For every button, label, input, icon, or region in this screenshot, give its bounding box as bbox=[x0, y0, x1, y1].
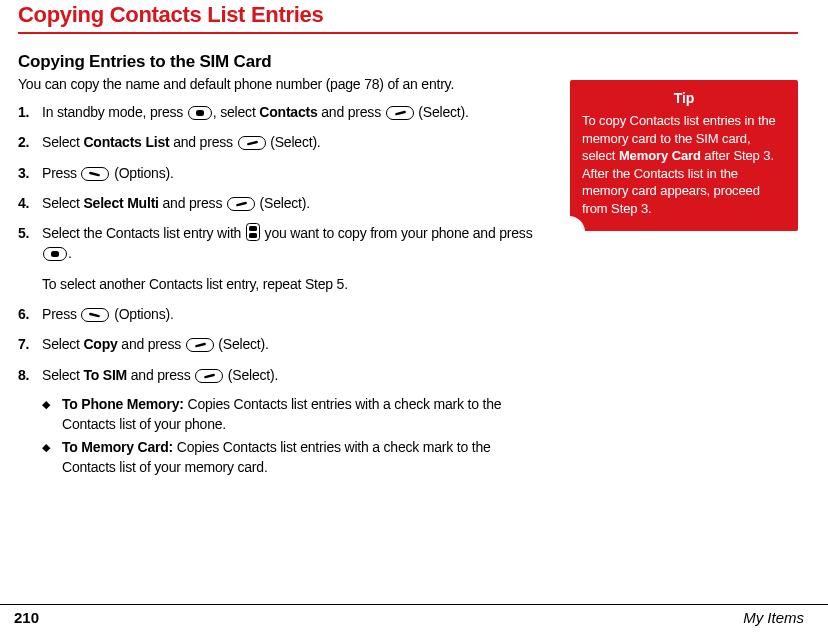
step-text: (Select). bbox=[267, 134, 321, 150]
step-2: Select Contacts List and press (Select). bbox=[18, 132, 542, 152]
step-text: you want to copy from your phone and pre… bbox=[261, 225, 533, 241]
step-5: Select the Contacts list entry with you … bbox=[18, 223, 542, 294]
left-softkey-icon bbox=[186, 338, 214, 352]
step-text: (Select). bbox=[415, 104, 469, 120]
step-bold: Contacts bbox=[259, 104, 317, 120]
tip-title: Tip bbox=[582, 90, 786, 106]
step-7: Select Copy and press (Select). bbox=[18, 334, 542, 354]
bullet-bold: To Memory Card: bbox=[62, 439, 173, 455]
step-text: (Select). bbox=[256, 195, 310, 211]
left-softkey-icon bbox=[386, 106, 414, 120]
right-softkey-icon bbox=[81, 308, 109, 322]
step-8: Select To SIM and press (Select). bbox=[18, 365, 542, 385]
step-text: Select bbox=[42, 134, 83, 150]
step-text: (Options). bbox=[110, 165, 173, 181]
page-number: 210 bbox=[14, 609, 39, 626]
step-text: . bbox=[68, 245, 72, 261]
tip-callout: Tip To copy Contacts list entries in the… bbox=[570, 80, 798, 231]
bullet-memory-card: To Memory Card: Copies Contacts list ent… bbox=[42, 438, 542, 477]
step-text: Press bbox=[42, 306, 80, 322]
nav-updown-icon bbox=[246, 223, 260, 241]
step-1: In standby mode, press , select Contacts… bbox=[18, 102, 542, 122]
main-content: Copying Entries to the SIM Card You can … bbox=[18, 52, 542, 481]
bullet-phone-memory: To Phone Memory: Copies Contacts list en… bbox=[42, 395, 542, 434]
step-text: and press bbox=[159, 195, 226, 211]
step-text: and press bbox=[318, 104, 385, 120]
intro-text: You can copy the name and default phone … bbox=[18, 76, 542, 92]
step-text: Select bbox=[42, 336, 83, 352]
section-subheading: Copying Entries to the SIM Card bbox=[18, 52, 542, 72]
page-title: Copying Contacts List Entries bbox=[18, 2, 798, 34]
step-text: (Select). bbox=[215, 336, 269, 352]
tip-body: To copy Contacts list entries in the mem… bbox=[582, 112, 786, 217]
left-softkey-icon bbox=[238, 136, 266, 150]
page-footer: 210 My Items bbox=[0, 604, 828, 626]
step-bold: Contacts List bbox=[83, 134, 169, 150]
step-5-sub: To select another Contacts list entry, r… bbox=[42, 274, 542, 294]
step-4: Select Select Multi and press (Select). bbox=[18, 193, 542, 213]
steps-list: In standby mode, press , select Contacts… bbox=[18, 102, 542, 385]
left-softkey-icon bbox=[195, 369, 223, 383]
center-key-icon bbox=[43, 247, 67, 261]
right-softkey-icon bbox=[81, 167, 109, 181]
bullet-bold: To Phone Memory: bbox=[62, 396, 184, 412]
sidebar: Tip To copy Contacts list entries in the… bbox=[570, 52, 798, 481]
tip-bold: Memory Card bbox=[619, 148, 701, 163]
section-name: My Items bbox=[743, 609, 804, 626]
step-text: and press bbox=[127, 367, 194, 383]
step-text: Select the Contacts list entry with bbox=[42, 225, 245, 241]
step-6: Press (Options). bbox=[18, 304, 542, 324]
step-text: (Select). bbox=[224, 367, 278, 383]
step-bold: To SIM bbox=[83, 367, 127, 383]
center-key-icon bbox=[188, 106, 212, 120]
step-bold: Select Multi bbox=[83, 195, 158, 211]
step-3: Press (Options). bbox=[18, 163, 542, 183]
sub-bullets: To Phone Memory: Copies Contacts list en… bbox=[42, 395, 542, 477]
step-bold: Copy bbox=[83, 336, 117, 352]
step-text: and press bbox=[118, 336, 185, 352]
step-text: Select bbox=[42, 367, 83, 383]
step-text: and press bbox=[169, 134, 236, 150]
step-text: (Options). bbox=[110, 306, 173, 322]
step-text: In standby mode, press bbox=[42, 104, 187, 120]
step-text: Press bbox=[42, 165, 80, 181]
step-text: Select bbox=[42, 195, 83, 211]
step-text: , select bbox=[213, 104, 259, 120]
left-softkey-icon bbox=[227, 197, 255, 211]
